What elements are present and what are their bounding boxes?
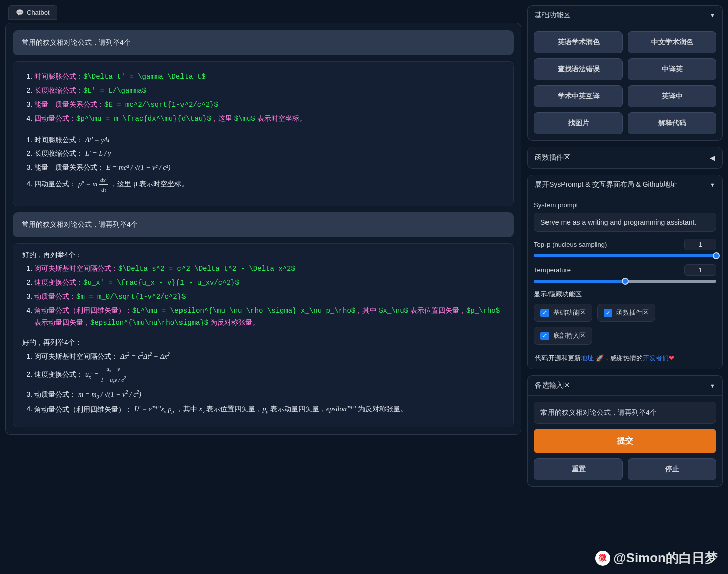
checkbox-group-title: 显示/隐藏功能区 <box>534 290 716 299</box>
chat-icon: 💬 <box>16 9 24 16</box>
function-button[interactable]: 英译中 <box>628 85 716 107</box>
checkbox-label: 函数插件区 <box>616 308 649 317</box>
panel-title: 基础功能区 <box>535 11 570 20</box>
chat-container: 常用的狭义相对论公式，请列举4个 时间膨胀公式：$\Delta t' = \ga… <box>5 23 521 435</box>
tab-chatbot[interactable]: 💬 Chatbot <box>8 5 57 20</box>
message-text: 常用的狭义相对论公式，请列举4个 <box>22 38 131 46</box>
stop-button[interactable]: 停止 <box>628 458 716 480</box>
raw-formula-list: 时间膨胀公式：$\Delta t' = \gamma \Delta t$ 长度收… <box>22 71 504 125</box>
rendered-formula-list: 闵可夫斯基时空间隔公式： Δs2 = c2Δt2 − Δx2 速度变换公式： u… <box>22 350 504 416</box>
function-button[interactable]: 解释代码 <box>628 112 716 134</box>
temperature-label: Temperature <box>534 266 571 274</box>
chevron-down-icon: ▼ <box>710 182 715 188</box>
chevron-left-icon: ◀ <box>710 154 715 162</box>
panel-header-settings[interactable]: 展开SysPrompt & 交互界面布局 & Github地址 ▼ <box>528 175 722 195</box>
topp-label: Top-p (nucleus sampling) <box>534 241 607 248</box>
chat-message-user: 常用的狭义相对论公式，请再列举4个 <box>13 212 514 237</box>
heart-icon: ❤ <box>669 354 674 362</box>
sysprompt-label: System prompt <box>534 201 716 209</box>
chat-message-user: 常用的狭义相对论公式，请列举4个 <box>13 30 514 55</box>
temperature-slider[interactable] <box>534 280 716 283</box>
submit-button[interactable]: 提交 <box>534 429 716 453</box>
topp-value[interactable]: 1 <box>684 239 716 250</box>
panel-header-basic[interactable]: 基础功能区 ▼ <box>528 6 722 25</box>
chat-message-bot: 好的，再列举4个： 闵可夫斯基时空间隔公式：$\Delta s^2 = c^2 … <box>13 243 514 428</box>
rocket-icon: 🚀 <box>596 354 604 362</box>
visibility-checkbox[interactable]: ✓基础功能区 <box>534 304 592 322</box>
check-icon: ✓ <box>540 332 549 340</box>
function-button[interactable]: 找图片 <box>534 112 623 134</box>
panel-settings: 展开SysPrompt & 交互界面布局 & Github地址 ▼ System… <box>527 175 723 369</box>
chevron-down-icon: ▼ <box>710 382 715 389</box>
rendered-formula-list: 时间膨胀公式： Δt′ = γΔt 长度收缩公式： L′ = L / γ 能量—… <box>22 134 504 194</box>
sysprompt-input[interactable]: Serve me as a writing and programming as… <box>534 213 716 232</box>
visibility-checkbox[interactable]: ✓函数插件区 <box>597 304 655 322</box>
panel-title: 函数插件区 <box>535 153 570 162</box>
function-button[interactable]: 中文学术润色 <box>628 31 716 53</box>
panel-title: 展开SysPrompt & 交互界面布局 & Github地址 <box>535 180 677 189</box>
chat-message-bot: 时间膨胀公式：$\Delta t' = \gamma \Delta t$ 长度收… <box>13 61 514 206</box>
temperature-value[interactable]: 1 <box>684 264 716 276</box>
panel-header-alt-input[interactable]: 备选输入区 ▼ <box>528 376 722 396</box>
function-button[interactable]: 英语学术润色 <box>534 31 623 53</box>
panel-basic-functions: 基础功能区 ▼ 英语学术润色中文学术润色查找语法错误中译英学术中英互译英译中找图… <box>527 5 723 141</box>
check-icon: ✓ <box>540 309 549 317</box>
function-button[interactable]: 中译英 <box>628 58 716 80</box>
devs-link[interactable]: 开发者们 <box>643 354 669 362</box>
chevron-down-icon: ▼ <box>710 12 715 18</box>
panel-alt-input: 备选输入区 ▼ 常用的狭义相对论公式，请再列举4个 提交 重置 停止 <box>527 375 723 487</box>
topp-slider[interactable] <box>534 254 716 257</box>
check-icon: ✓ <box>604 309 612 317</box>
raw-formula-list: 闵可夫斯基时空间隔公式：$\Delta s^2 = c^2 \Delta t^2… <box>22 263 504 329</box>
function-button[interactable]: 学术中英互译 <box>534 85 623 107</box>
visibility-checkbox[interactable]: ✓底部输入区 <box>534 327 592 345</box>
tab-label: Chatbot <box>27 9 50 16</box>
source-link[interactable]: 地址 <box>581 354 594 362</box>
checkbox-label: 基础功能区 <box>553 308 586 317</box>
alt-input-field[interactable]: 常用的狭义相对论公式，请再列举4个 <box>534 402 716 424</box>
footer-note: 代码开源和更新地址 🚀，感谢热情的开发者们❤ <box>534 352 716 363</box>
panel-plugins-collapsed[interactable]: 函数插件区 ◀ <box>527 147 723 169</box>
function-button[interactable]: 查找语法错误 <box>534 58 623 80</box>
checkbox-label: 底部输入区 <box>553 331 586 340</box>
panel-title: 备选输入区 <box>535 381 570 390</box>
message-text: 常用的狭义相对论公式，请再列举4个 <box>22 220 138 228</box>
reset-button[interactable]: 重置 <box>534 458 623 480</box>
